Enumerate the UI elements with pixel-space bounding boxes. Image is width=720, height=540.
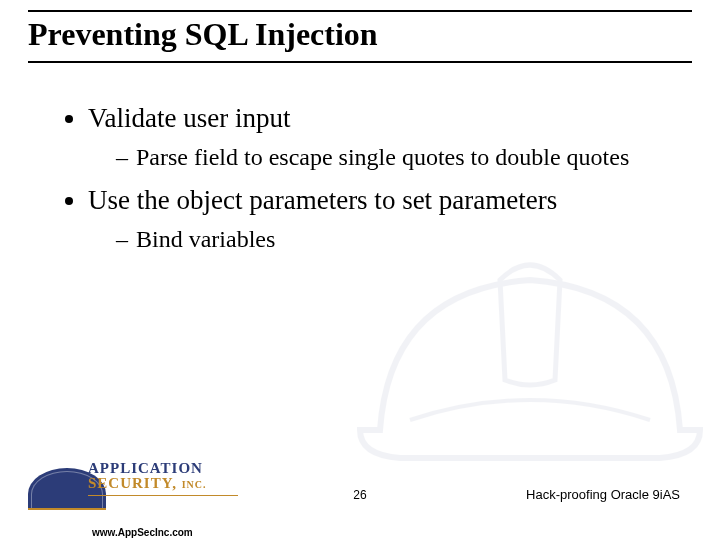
bullet-text: Use the object parameters to set paramet… <box>88 185 557 215</box>
slide-body: Validate user input – Parse field to esc… <box>60 90 680 264</box>
sub-bullet-item: – Bind variables <box>116 224 680 254</box>
slide-title: Preventing SQL Injection <box>28 12 692 59</box>
sub-bullet-text: Bind variables <box>136 224 680 254</box>
bullet-item: Use the object parameters to set paramet… <box>88 184 680 254</box>
slide-number: 26 <box>353 488 366 502</box>
title-block: Preventing SQL Injection <box>28 10 692 63</box>
logo-inc: INC. <box>182 479 207 490</box>
footer: APPLICATION SECURITY, INC. www.AppSecInc… <box>0 450 720 540</box>
logo-url: www.AppSecInc.com <box>92 527 193 538</box>
logo-line2-main: SECURITY, <box>88 475 177 491</box>
slide: Preventing SQL Injection Validate user i… <box>0 0 720 540</box>
bullet-item: Validate user input – Parse field to esc… <box>88 102 680 172</box>
company-logo: APPLICATION SECURITY, INC. <box>28 464 238 516</box>
sub-bullet-text: Parse field to escape single quotes to d… <box>136 142 680 172</box>
logo-text: APPLICATION SECURITY, INC. <box>88 460 207 494</box>
title-rule-bottom <box>28 61 692 63</box>
bullet-text: Validate user input <box>88 103 290 133</box>
dash-icon: – <box>116 224 136 254</box>
sub-bullet-item: – Parse field to escape single quotes to… <box>116 142 680 172</box>
footer-text: Hack-proofing Oracle 9iAS <box>526 487 680 502</box>
logo-rule <box>88 495 238 496</box>
dash-icon: – <box>116 142 136 172</box>
logo-line2: SECURITY, INC. <box>88 475 207 492</box>
